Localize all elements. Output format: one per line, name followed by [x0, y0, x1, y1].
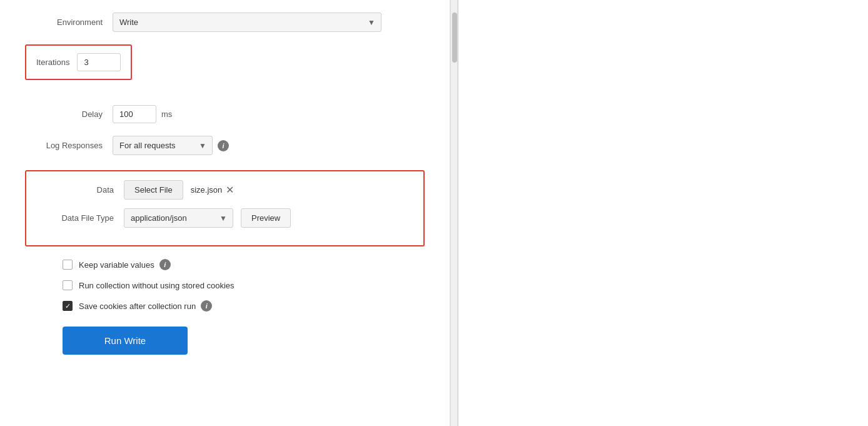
- log-responses-info-icon: i: [218, 140, 229, 151]
- data-file-type-select[interactable]: application/json text/csv: [124, 208, 233, 228]
- environment-label: Environment: [25, 18, 113, 27]
- save-cookies-row: Save cookies after collection run i: [63, 300, 425, 312]
- delay-label: Delay: [25, 109, 113, 119]
- environment-select[interactable]: Write: [113, 13, 381, 32]
- data-label: Data: [36, 185, 124, 195]
- scrollbar[interactable]: [450, 0, 458, 426]
- keep-variable-info-icon: i: [159, 259, 171, 270]
- save-cookies-checkbox[interactable]: [63, 301, 73, 311]
- keep-variable-row: Keep variable values i: [63, 259, 425, 270]
- iterations-input[interactable]: [77, 53, 121, 71]
- log-responses-row: Log Responses For all requests For faile…: [25, 136, 425, 155]
- run-without-cookies-checkbox[interactable]: [63, 280, 73, 290]
- select-file-button[interactable]: Select File: [124, 180, 183, 200]
- delay-input[interactable]: [113, 105, 156, 123]
- run-without-cookies-label: Run collection without using stored cook…: [79, 281, 235, 290]
- data-file-type-select-wrapper: application/json text/csv ▼: [124, 208, 233, 228]
- log-responses-label: Log Responses: [25, 141, 113, 150]
- data-box: Data Select File size.json ✕ Data File T…: [25, 170, 425, 246]
- delay-row: Delay ms: [25, 105, 425, 123]
- log-responses-select[interactable]: For all requests For failed requests Non…: [113, 136, 213, 155]
- preview-button[interactable]: Preview: [241, 208, 291, 228]
- data-file-type-label: Data File Type: [36, 213, 124, 223]
- file-name-display: size.json: [191, 185, 223, 195]
- keep-variable-checkbox[interactable]: [63, 260, 73, 270]
- remove-file-icon[interactable]: ✕: [226, 184, 234, 196]
- run-without-cookies-row: Run collection without using stored cook…: [63, 280, 425, 290]
- log-responses-select-wrapper: For all requests For failed requests Non…: [113, 136, 213, 155]
- data-file-type-row: Data File Type application/json text/csv…: [36, 208, 413, 228]
- keep-variable-label: Keep variable values: [79, 260, 154, 270]
- right-panel: [458, 0, 868, 426]
- run-button[interactable]: Run Write: [63, 327, 188, 355]
- save-cookies-info-icon: i: [201, 300, 212, 312]
- main-panel: Environment Write ▼ Iterations Delay ms …: [0, 0, 450, 426]
- data-file-row: Data Select File size.json ✕: [36, 180, 413, 200]
- delay-unit-label: ms: [161, 109, 172, 119]
- environment-row: Environment Write ▼: [25, 13, 425, 32]
- iterations-label: Iterations: [36, 58, 69, 67]
- environment-select-wrapper: Write ▼: [113, 13, 381, 32]
- save-cookies-label: Save cookies after collection run: [79, 302, 196, 311]
- scrollbar-thumb[interactable]: [452, 13, 457, 63]
- iterations-box: Iterations: [25, 44, 132, 80]
- environment-control: Write ▼: [113, 13, 425, 32]
